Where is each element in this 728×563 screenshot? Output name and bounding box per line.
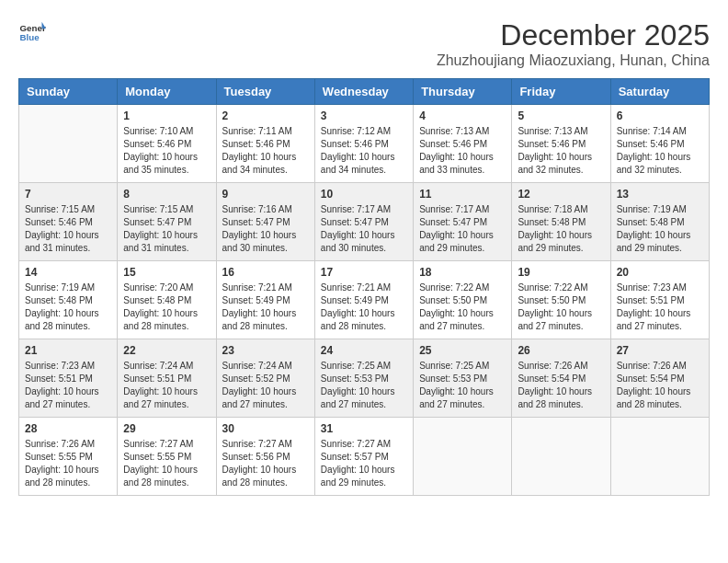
day-number: 2 xyxy=(222,109,309,122)
calendar: SundayMondayTuesdayWednesdayThursdayFrid… xyxy=(18,78,710,496)
calendar-week-3: 14Sunrise: 7:19 AMSunset: 5:48 PMDayligh… xyxy=(19,261,710,339)
day-number: 12 xyxy=(518,188,604,201)
day-info: Sunrise: 7:26 AMSunset: 5:54 PMDaylight:… xyxy=(617,360,703,411)
day-number: 30 xyxy=(222,422,309,435)
calendar-cell: 19Sunrise: 7:22 AMSunset: 5:50 PMDayligh… xyxy=(512,261,610,339)
calendar-cell: 24Sunrise: 7:25 AMSunset: 5:53 PMDayligh… xyxy=(314,339,413,418)
day-number: 16 xyxy=(222,266,309,279)
calendar-week-1: 1Sunrise: 7:10 AMSunset: 5:46 PMDaylight… xyxy=(19,105,710,183)
calendar-cell xyxy=(414,418,512,496)
day-info: Sunrise: 7:21 AMSunset: 5:49 PMDaylight:… xyxy=(222,282,309,333)
calendar-cell: 18Sunrise: 7:22 AMSunset: 5:50 PMDayligh… xyxy=(414,261,512,339)
calendar-cell: 30Sunrise: 7:27 AMSunset: 5:56 PMDayligh… xyxy=(216,418,314,496)
day-number: 11 xyxy=(419,188,506,201)
day-info: Sunrise: 7:25 AMSunset: 5:53 PMDaylight:… xyxy=(419,360,506,411)
day-number: 3 xyxy=(321,109,407,122)
day-info: Sunrise: 7:26 AMSunset: 5:54 PMDaylight:… xyxy=(518,360,604,411)
weekday-header-wednesday: Wednesday xyxy=(314,79,413,105)
day-info: Sunrise: 7:25 AMSunset: 5:53 PMDaylight:… xyxy=(321,360,407,411)
calendar-cell: 2Sunrise: 7:11 AMSunset: 5:46 PMDaylight… xyxy=(216,105,314,183)
day-number: 9 xyxy=(222,188,309,201)
day-info: Sunrise: 7:12 AMSunset: 5:46 PMDaylight:… xyxy=(321,125,407,177)
day-info: Sunrise: 7:24 AMSunset: 5:51 PMDaylight:… xyxy=(123,360,210,411)
day-number: 10 xyxy=(321,188,407,201)
calendar-cell: 6Sunrise: 7:14 AMSunset: 5:46 PMDaylight… xyxy=(610,105,709,183)
calendar-cell: 26Sunrise: 7:26 AMSunset: 5:54 PMDayligh… xyxy=(512,339,610,418)
day-info: Sunrise: 7:21 AMSunset: 5:49 PMDaylight:… xyxy=(321,282,407,333)
day-number: 21 xyxy=(25,344,111,357)
calendar-cell xyxy=(610,418,709,496)
calendar-cell: 13Sunrise: 7:19 AMSunset: 5:48 PMDayligh… xyxy=(610,183,709,261)
day-info: Sunrise: 7:15 AMSunset: 5:47 PMDaylight:… xyxy=(123,203,210,255)
day-info: Sunrise: 7:11 AMSunset: 5:46 PMDaylight:… xyxy=(222,125,309,177)
day-info: Sunrise: 7:13 AMSunset: 5:46 PMDaylight:… xyxy=(518,125,604,177)
page-header: General Blue December 2025 Zhuzhoujiang … xyxy=(18,18,710,69)
calendar-cell: 10Sunrise: 7:17 AMSunset: 5:47 PMDayligh… xyxy=(314,183,413,261)
weekday-header-saturday: Saturday xyxy=(610,79,709,105)
day-number: 6 xyxy=(617,109,703,122)
weekday-header-monday: Monday xyxy=(118,79,216,105)
calendar-cell: 11Sunrise: 7:17 AMSunset: 5:47 PMDayligh… xyxy=(414,183,512,261)
day-info: Sunrise: 7:20 AMSunset: 5:48 PMDaylight:… xyxy=(123,282,210,333)
day-number: 17 xyxy=(321,266,407,279)
day-number: 27 xyxy=(617,344,703,357)
calendar-cell: 25Sunrise: 7:25 AMSunset: 5:53 PMDayligh… xyxy=(414,339,512,418)
weekday-header-friday: Friday xyxy=(512,79,610,105)
calendar-cell: 5Sunrise: 7:13 AMSunset: 5:46 PMDaylight… xyxy=(512,105,610,183)
calendar-cell xyxy=(19,105,118,183)
calendar-cell: 23Sunrise: 7:24 AMSunset: 5:52 PMDayligh… xyxy=(216,339,314,418)
calendar-cell: 29Sunrise: 7:27 AMSunset: 5:55 PMDayligh… xyxy=(118,418,216,496)
calendar-cell: 8Sunrise: 7:15 AMSunset: 5:47 PMDaylight… xyxy=(118,183,216,261)
day-info: Sunrise: 7:26 AMSunset: 5:55 PMDaylight:… xyxy=(25,438,111,489)
day-info: Sunrise: 7:17 AMSunset: 5:47 PMDaylight:… xyxy=(419,203,506,255)
day-info: Sunrise: 7:17 AMSunset: 5:47 PMDaylight:… xyxy=(321,203,407,255)
calendar-cell: 20Sunrise: 7:23 AMSunset: 5:51 PMDayligh… xyxy=(610,261,709,339)
weekday-header-row: SundayMondayTuesdayWednesdayThursdayFrid… xyxy=(19,79,710,105)
day-number: 13 xyxy=(617,188,703,201)
day-info: Sunrise: 7:27 AMSunset: 5:57 PMDaylight:… xyxy=(321,438,407,489)
weekday-header-tuesday: Tuesday xyxy=(216,79,314,105)
day-info: Sunrise: 7:10 AMSunset: 5:46 PMDaylight:… xyxy=(123,125,210,177)
calendar-cell: 7Sunrise: 7:15 AMSunset: 5:46 PMDaylight… xyxy=(19,183,118,261)
calendar-cell: 16Sunrise: 7:21 AMSunset: 5:49 PMDayligh… xyxy=(216,261,314,339)
calendar-week-2: 7Sunrise: 7:15 AMSunset: 5:46 PMDaylight… xyxy=(19,183,710,261)
day-number: 25 xyxy=(419,344,506,357)
day-number: 5 xyxy=(518,109,604,122)
day-info: Sunrise: 7:19 AMSunset: 5:48 PMDaylight:… xyxy=(617,203,703,255)
day-number: 26 xyxy=(518,344,604,357)
day-number: 19 xyxy=(518,266,604,279)
calendar-cell: 3Sunrise: 7:12 AMSunset: 5:46 PMDaylight… xyxy=(314,105,413,183)
calendar-cell: 28Sunrise: 7:26 AMSunset: 5:55 PMDayligh… xyxy=(19,418,118,496)
location-title: Zhuzhoujiang Miaozuxiang, Hunan, China xyxy=(437,52,710,69)
day-number: 24 xyxy=(321,344,407,357)
day-number: 20 xyxy=(617,266,703,279)
day-number: 28 xyxy=(25,422,111,435)
title-section: December 2025 Zhuzhoujiang Miaozuxiang, … xyxy=(437,18,710,69)
day-number: 18 xyxy=(419,266,506,279)
day-info: Sunrise: 7:23 AMSunset: 5:51 PMDaylight:… xyxy=(617,282,703,333)
calendar-week-4: 21Sunrise: 7:23 AMSunset: 5:51 PMDayligh… xyxy=(19,339,710,418)
calendar-cell: 4Sunrise: 7:13 AMSunset: 5:46 PMDaylight… xyxy=(414,105,512,183)
calendar-cell: 9Sunrise: 7:16 AMSunset: 5:47 PMDaylight… xyxy=(216,183,314,261)
day-number: 8 xyxy=(123,188,210,201)
day-info: Sunrise: 7:22 AMSunset: 5:50 PMDaylight:… xyxy=(419,282,506,333)
calendar-cell: 31Sunrise: 7:27 AMSunset: 5:57 PMDayligh… xyxy=(314,418,413,496)
calendar-cell: 14Sunrise: 7:19 AMSunset: 5:48 PMDayligh… xyxy=(19,261,118,339)
calendar-cell: 15Sunrise: 7:20 AMSunset: 5:48 PMDayligh… xyxy=(118,261,216,339)
calendar-cell: 27Sunrise: 7:26 AMSunset: 5:54 PMDayligh… xyxy=(610,339,709,418)
weekday-header-sunday: Sunday xyxy=(19,79,118,105)
day-number: 22 xyxy=(123,344,210,357)
day-number: 1 xyxy=(123,109,210,122)
calendar-cell: 21Sunrise: 7:23 AMSunset: 5:51 PMDayligh… xyxy=(19,339,118,418)
logo-icon: General Blue xyxy=(18,18,46,46)
day-info: Sunrise: 7:14 AMSunset: 5:46 PMDaylight:… xyxy=(617,125,703,177)
day-number: 4 xyxy=(419,109,506,122)
calendar-cell: 22Sunrise: 7:24 AMSunset: 5:51 PMDayligh… xyxy=(118,339,216,418)
day-info: Sunrise: 7:27 AMSunset: 5:55 PMDaylight:… xyxy=(123,438,210,489)
day-info: Sunrise: 7:22 AMSunset: 5:50 PMDaylight:… xyxy=(518,282,604,333)
day-number: 14 xyxy=(25,266,111,279)
day-info: Sunrise: 7:24 AMSunset: 5:52 PMDaylight:… xyxy=(222,360,309,411)
day-number: 15 xyxy=(123,266,210,279)
day-number: 7 xyxy=(25,188,111,201)
svg-text:Blue: Blue xyxy=(20,32,40,42)
